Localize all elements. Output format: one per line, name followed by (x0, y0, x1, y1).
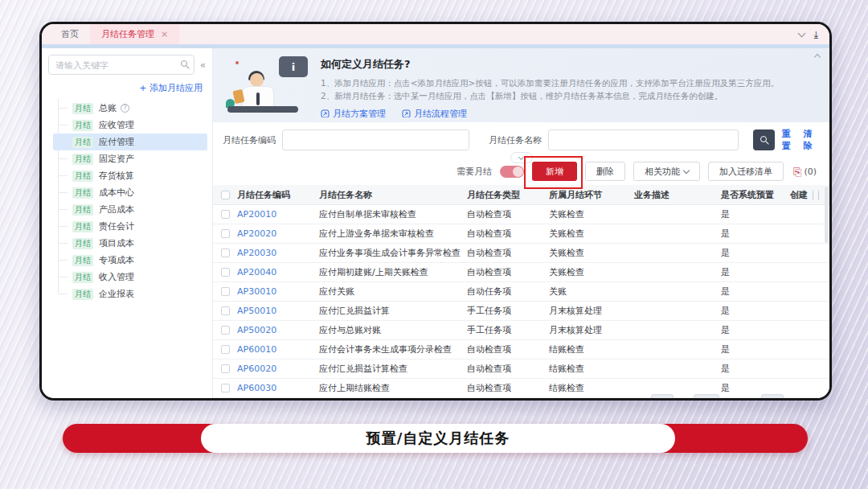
table-row[interactable]: AP50010应付汇兑损益计算手工任务项月末核算处理是 (213, 302, 829, 321)
row-checkbox[interactable] (221, 326, 230, 335)
table-row[interactable]: AP20040应付期初建账/上期关账检查自动检查项关账检查是 (213, 263, 829, 282)
sidebar-item[interactable]: 月结企业报表 (53, 286, 207, 302)
add-month-app-link[interactable]: + 添加月结应用 (48, 82, 203, 94)
task-code-link[interactable]: AP30010 (237, 286, 319, 297)
delete-button[interactable]: 删除 (585, 162, 625, 181)
task-table: 月结任务编码月结任务名称月结任务类型所属月结环节业务描述是否系统预置创建 AP2… (213, 185, 829, 398)
search-button[interactable] (753, 129, 775, 150)
table-row[interactable]: AP20020应付上游业务单据未审核检查自动检查项关账检查是 (213, 224, 829, 244)
task-preset: 是 (721, 363, 790, 375)
table-row[interactable]: AP60010应付会计事务未生成事项分录检查自动检查项结账检查是 (213, 340, 829, 360)
search-icon (181, 60, 187, 67)
pagination-stub[interactable] (761, 394, 784, 398)
tree-connector (58, 243, 68, 244)
month-badge: 月结 (72, 272, 93, 283)
close-icon[interactable]: × (161, 29, 168, 39)
month-flow-mgmt-link[interactable]: 月结流程管理 (402, 108, 467, 117)
related-functions-button[interactable]: 相关功能 (633, 162, 700, 181)
sidebar-item[interactable]: 月结固定资产 (53, 150, 207, 167)
table-row[interactable]: AP60020应付汇兑损益计算检查自动检查项结账检查是 (213, 360, 829, 379)
tree-connector (58, 260, 68, 261)
sidebar-item[interactable]: 月结收入管理 (53, 269, 207, 286)
sidebar-item[interactable]: 月结存货核算 (53, 167, 207, 184)
task-code-input[interactable] (282, 129, 469, 150)
add-button[interactable]: 新增 (532, 162, 577, 181)
search-input[interactable] (48, 55, 194, 75)
row-checkbox[interactable] (221, 229, 230, 238)
sidebar-item[interactable]: 月结应收管理 (53, 117, 207, 134)
tab-home[interactable]: 首页 (50, 24, 90, 44)
task-stage: 结账检查 (549, 382, 634, 394)
month-badge: 月结 (72, 238, 93, 249)
table-row[interactable]: AP60030应付上期结账检查自动检查项结账检查是 (213, 379, 829, 398)
task-code-link[interactable]: AP60030 (237, 383, 319, 393)
table-row[interactable]: AP20030应付业务事项生成会计事务异常检查自动检查项关账检查是 (213, 244, 829, 263)
task-preset: 是 (721, 343, 790, 355)
sidebar-item[interactable]: 月结成本中心 (53, 184, 207, 201)
sidebar-item[interactable]: 月结应付管理 (53, 134, 207, 150)
table-row[interactable]: AP20010应付自制单据未审核检查自动检查项关账检查是 (213, 205, 829, 224)
task-type: 自动检查项 (467, 208, 549, 220)
tree-connector (58, 226, 68, 227)
task-code-link[interactable]: AP60010 (237, 344, 319, 355)
table-row[interactable]: AP50020应付与总账对账手工任务项月末核算处理是 (213, 321, 829, 340)
row-checkbox[interactable] (221, 306, 230, 315)
task-code-link[interactable]: AP20040 (237, 267, 319, 277)
select-all-checkbox[interactable] (221, 191, 230, 199)
task-code-link[interactable]: AP60020 (237, 364, 319, 374)
task-code-link[interactable]: AP20030 (237, 248, 319, 258)
add-to-migration-button[interactable]: 加入迁移清单 (708, 162, 784, 181)
row-checkbox[interactable] (221, 249, 230, 257)
task-type: 手工任务项 (467, 305, 549, 317)
jump-icon (402, 109, 411, 117)
task-preset: 是 (721, 286, 790, 298)
task-name-input[interactable] (548, 129, 739, 150)
row-checkbox[interactable] (221, 345, 230, 354)
row-checkbox[interactable] (221, 287, 230, 296)
chevron-down-icon[interactable] (797, 29, 805, 37)
month-plan-mgmt-link[interactable]: 月结方案管理 (321, 108, 386, 117)
column-header: 所属月结环节 (549, 189, 634, 201)
collapse-sidebar-icon[interactable]: « (199, 59, 207, 72)
scrollbar[interactable] (825, 185, 829, 398)
column-settings-icon[interactable] (813, 191, 819, 199)
tab-month-task-mgmt[interactable]: 月结任务管理 × (90, 24, 179, 44)
month-badge: 月结 (72, 137, 93, 148)
row-checkbox[interactable] (221, 210, 230, 219)
pagination-stub[interactable] (651, 394, 674, 398)
reset-link[interactable]: 重置 (782, 128, 798, 152)
sidebar-item[interactable]: 月结专项成本 (53, 252, 207, 269)
chevron-down-icon (683, 166, 690, 173)
task-type: 自动检查项 (467, 382, 549, 394)
task-type: 自动检查项 (467, 228, 549, 240)
expand-filter-button[interactable] (510, 152, 533, 163)
table-row[interactable]: AP30010应付关账自动任务项关账是 (213, 282, 829, 302)
row-checkbox[interactable] (221, 268, 230, 277)
sidebar-item[interactable]: 月结总账? (53, 100, 207, 117)
caption-text: 预置/自定义月结任务 (366, 429, 510, 448)
sidebar-item[interactable]: 月结项目成本 (53, 235, 207, 252)
sidebar-item[interactable]: 月结产品成本 (53, 201, 207, 218)
task-code-link[interactable]: AP50010 (237, 306, 319, 316)
row-checkbox[interactable] (221, 364, 230, 373)
row-checkbox[interactable] (221, 384, 230, 392)
month-badge: 月结 (72, 120, 93, 131)
column-header: 是否系统预置 (721, 189, 790, 201)
task-code-link[interactable]: AP20010 (237, 209, 319, 220)
sidebar-item-label: 专项成本 (99, 254, 134, 266)
task-code-link[interactable]: AP20020 (237, 228, 319, 239)
migration-counter[interactable]: ⎘ (0) (793, 166, 817, 177)
need-month-close-toggle[interactable] (500, 166, 524, 178)
task-name: 应付自制单据未审核检查 (319, 208, 467, 220)
help-icon[interactable]: ? (121, 104, 129, 113)
task-code-link[interactable]: AP50020 (237, 325, 319, 335)
help-line-1: 1、添加月结应用：点击<添加月结应用>按钮，可以添加需要注册月结任务的应用，支持… (321, 76, 817, 89)
task-preset: 是 (721, 382, 790, 394)
task-preset: 是 (721, 247, 790, 259)
tree-connector (58, 277, 68, 277)
pagination-stub[interactable] (694, 394, 719, 398)
sidebar-item[interactable]: 月结责任会计 (53, 218, 207, 235)
task-name: 应付业务事项生成会计事务异常检查 (319, 247, 467, 259)
clear-link[interactable]: 清除 (804, 128, 820, 152)
pin-download-icon[interactable]: ⤓ (814, 30, 818, 39)
